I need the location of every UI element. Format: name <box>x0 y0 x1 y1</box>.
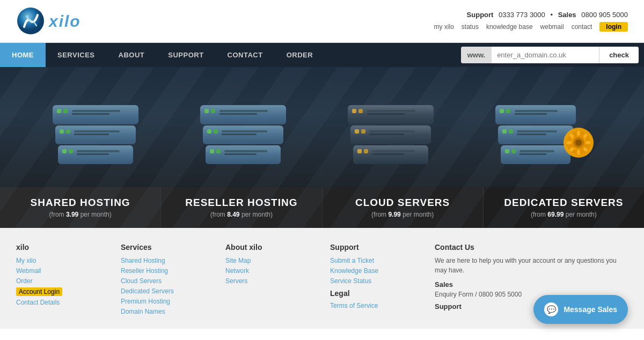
footer-premium-hosting[interactable]: Premium Hosting <box>121 298 217 305</box>
footer-col4-heading: Support <box>330 243 427 252</box>
svg-rect-65 <box>586 141 590 144</box>
svg-rect-2 <box>62 149 67 153</box>
footer-service-status[interactable]: Service Status <box>330 277 427 285</box>
svg-rect-29 <box>219 110 268 112</box>
nav-order[interactable]: ORDER <box>275 43 325 67</box>
header-right: Support 0333 773 3000 • Sales 0800 905 5… <box>434 11 628 32</box>
reseller-hosting-icon[interactable] <box>195 92 291 168</box>
svg-rect-39 <box>369 130 415 132</box>
svg-rect-20 <box>224 153 257 155</box>
message-sales-button[interactable]: 💬 Message Sales <box>533 295 628 324</box>
nav-contact[interactable]: CONTACT <box>216 43 275 67</box>
footer-col-xilo: xilo My xilo Webmail Order Account Login… <box>16 243 121 318</box>
footer-sales-label: Sales <box>435 280 628 289</box>
svg-rect-32 <box>357 149 362 153</box>
svg-rect-58 <box>506 109 510 113</box>
footer-col1-heading: xilo <box>16 243 113 252</box>
top-links: my xilo status knowledge base webmail co… <box>434 22 628 32</box>
footer-col-support: Support Submit a Ticket Knowledge Base S… <box>330 243 435 318</box>
footer-reseller-hosting[interactable]: Reseller Hosting <box>121 267 217 275</box>
knowledge-base-link[interactable]: knowledge base <box>486 23 533 31</box>
svg-rect-55 <box>517 134 546 135</box>
svg-rect-67 <box>577 150 580 154</box>
domain-search: www. check <box>461 47 639 63</box>
domain-check-button[interactable]: check <box>599 47 639 63</box>
footer-cloud-servers[interactable]: Cloud Servers <box>121 277 217 285</box>
hero-icons-row <box>0 67 644 187</box>
login-button[interactable]: login <box>599 22 628 32</box>
svg-rect-7 <box>60 129 64 134</box>
footer-col-about: About xilo Site Map Network Servers <box>225 243 330 318</box>
footer-col-services: Services Shared Hosting Reseller Hosting… <box>121 243 225 318</box>
svg-rect-14 <box>72 110 120 112</box>
main-nav: HOME SERVICES ABOUT SUPPORT CONTACT ORDE… <box>0 43 644 67</box>
nav-items: HOME SERVICES ABOUT SUPPORT CONTACT ORDE… <box>0 43 456 67</box>
logo[interactable]: xilo <box>16 6 81 36</box>
svg-rect-25 <box>222 134 257 135</box>
svg-rect-3 <box>69 149 73 153</box>
svg-rect-59 <box>515 110 558 112</box>
my-xilo-link[interactable]: my xilo <box>434 23 454 31</box>
svg-rect-38 <box>361 129 365 134</box>
footer-network[interactable]: Network <box>225 267 322 275</box>
logo-text: xilo <box>49 12 81 31</box>
svg-rect-10 <box>74 134 109 135</box>
sales-number: 0800 905 5000 <box>581 11 628 19</box>
support-number: 0333 773 3000 <box>499 11 545 19</box>
footer-domain-names[interactable]: Domain Names <box>121 308 217 315</box>
nav-about[interactable]: ABOUT <box>107 43 157 67</box>
svg-rect-54 <box>517 130 557 132</box>
footer-site-map[interactable]: Site Map <box>225 257 322 264</box>
svg-rect-12 <box>57 109 61 113</box>
svg-rect-27 <box>204 109 209 113</box>
svg-rect-48 <box>511 149 516 153</box>
logo-icon <box>16 6 46 36</box>
svg-rect-4 <box>77 150 120 152</box>
svg-rect-17 <box>210 149 214 153</box>
footer-dedicated-servers[interactable]: Dedicated Servers <box>121 287 217 295</box>
svg-rect-34 <box>372 150 415 152</box>
svg-rect-9 <box>74 130 120 132</box>
svg-rect-52 <box>502 129 507 134</box>
svg-rect-50 <box>519 153 546 155</box>
domain-input[interactable] <box>492 47 599 63</box>
svg-rect-5 <box>77 153 109 155</box>
svg-rect-53 <box>509 129 513 134</box>
webmail-link[interactable]: webmail <box>540 23 564 31</box>
svg-rect-30 <box>219 113 257 115</box>
nav-support[interactable]: SUPPORT <box>156 43 215 67</box>
footer-shared-hosting[interactable]: Shared Hosting <box>121 257 217 264</box>
svg-rect-37 <box>355 129 359 134</box>
svg-rect-40 <box>369 134 404 135</box>
sales-label: Sales <box>558 11 576 19</box>
nav-home[interactable]: HOME <box>0 43 46 67</box>
svg-rect-43 <box>358 109 363 113</box>
svg-rect-23 <box>214 129 218 134</box>
footer-knowledge-base[interactable]: Knowledge Base <box>330 267 427 275</box>
footer-terms-of-service[interactable]: Terms of Service <box>330 302 427 309</box>
message-sales-label: Message Sales <box>564 305 617 314</box>
svg-rect-49 <box>519 150 554 152</box>
footer-my-xilo[interactable]: My xilo <box>16 257 113 264</box>
svg-rect-18 <box>216 149 221 153</box>
support-label: Support <box>467 11 494 19</box>
footer-submit-ticket[interactable]: Submit a Ticket <box>330 257 427 264</box>
svg-rect-45 <box>367 113 405 115</box>
status-link[interactable]: status <box>462 23 479 31</box>
message-icon: 💬 <box>544 302 558 316</box>
domain-www: www. <box>461 47 492 63</box>
svg-rect-69 <box>567 141 571 144</box>
nav-services[interactable]: SERVICES <box>46 43 107 67</box>
footer-contact-details[interactable]: Contact Details <box>16 299 113 306</box>
footer-contact-desc: We are here to help you with your accoun… <box>435 256 628 275</box>
footer-webmail[interactable]: Webmail <box>16 267 113 275</box>
footer-servers[interactable]: Servers <box>225 277 322 285</box>
shared-hosting-icon[interactable] <box>47 92 144 168</box>
cloud-servers-icon[interactable] <box>342 92 439 168</box>
svg-rect-8 <box>66 129 70 134</box>
svg-rect-42 <box>352 109 356 113</box>
contact-link[interactable]: contact <box>572 23 592 31</box>
footer-order[interactable]: Order <box>16 277 113 285</box>
dedicated-servers-icon[interactable] <box>490 92 597 168</box>
footer-account-login[interactable]: Account Login <box>16 287 62 296</box>
